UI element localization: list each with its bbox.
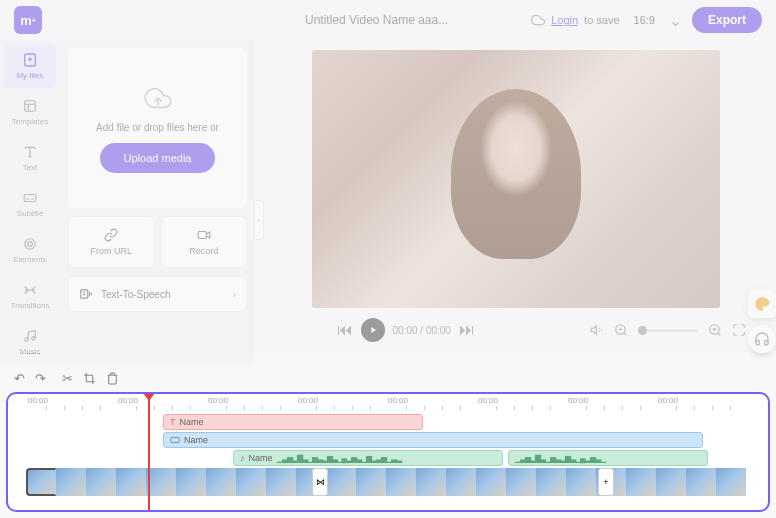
video-thumb[interactable] — [26, 468, 56, 496]
add-marker[interactable]: + — [598, 468, 614, 496]
volume-icon[interactable] — [590, 323, 604, 337]
playhead[interactable] — [148, 394, 150, 510]
video-thumb[interactable] — [56, 468, 86, 496]
timeline-tracks: T Name Name ♪ Name ▁▃▅▂▇▃▁▅▃▂▆▃▁▄▂▅▃▁▆▂▃… — [8, 412, 768, 510]
text-track-label: Name — [180, 417, 204, 427]
panel-collapse-handle[interactable]: ‹ — [254, 200, 264, 240]
split-icon[interactable]: ✂ — [62, 371, 73, 386]
video-thumb[interactable] — [716, 468, 746, 496]
cloud-save-icon — [531, 13, 545, 27]
upload-dropzone[interactable]: Add file or drop files here or Upload me… — [68, 48, 247, 208]
subtitle-track-label: Name — [184, 435, 208, 445]
sidebar-item-music[interactable]: Music — [4, 320, 56, 364]
zoom-out-icon[interactable] — [614, 323, 628, 337]
transition-marker[interactable]: ⋈ — [312, 468, 328, 496]
sidebar-item-my-files[interactable]: My files — [4, 44, 56, 88]
svg-rect-11 — [171, 438, 179, 443]
palette-badge[interactable] — [748, 290, 776, 318]
video-thumb[interactable] — [416, 468, 446, 496]
ruler-tick-label: 00:00 — [568, 396, 588, 405]
timeline[interactable]: 00:0000:0000:0000:0000:0000:0000:0000:00… — [6, 392, 770, 512]
video-thumb[interactable] — [506, 468, 536, 496]
ruler-tick-label: 00:00 — [478, 396, 498, 405]
aspect-ratio[interactable]: 16:9 — [634, 14, 655, 26]
transitions-icon — [22, 282, 38, 298]
file-plus-icon — [22, 52, 38, 68]
music-track-clip[interactable]: ♪ Name ▁▃▅▂▇▃▁▅▃▂▆▃▁▄▂▅▃▁▆▂▃▅▁▃▂ — [233, 450, 503, 466]
video-thumb[interactable] — [476, 468, 506, 496]
video-thumb[interactable] — [116, 468, 146, 496]
subtitle-track-clip[interactable]: Name — [163, 432, 703, 448]
export-button[interactable]: Export — [692, 7, 762, 33]
video-thumb[interactable] — [146, 468, 176, 496]
video-thumb[interactable] — [326, 468, 356, 496]
from-url-card[interactable]: From URL — [68, 216, 155, 268]
redo-icon[interactable]: ↷ — [35, 371, 46, 386]
svg-rect-7 — [198, 232, 206, 239]
sidebar-item-subtitle[interactable]: Subtitle — [4, 182, 56, 226]
video-thumb[interactable] — [206, 468, 236, 496]
music-track-label: Name — [249, 453, 273, 463]
login-link[interactable]: Login — [551, 14, 578, 26]
video-thumb[interactable] — [446, 468, 476, 496]
save-suffix: to save — [584, 14, 619, 26]
subtitle-icon — [22, 190, 38, 206]
skip-forward-icon[interactable]: ⏭ — [459, 321, 475, 339]
music-track-icon: ♪ — [240, 453, 245, 463]
camera-icon — [197, 228, 211, 242]
text-track-clip[interactable]: T Name — [163, 414, 423, 430]
video-thumb[interactable] — [686, 468, 716, 496]
support-badge[interactable] — [748, 325, 776, 353]
waveform: ▁▃▅▂▇▃▁▅▃▂▆▃▁▄▂▅▃▁ — [515, 454, 605, 463]
video-thumb[interactable] — [626, 468, 656, 496]
sidebar-item-label: Transitions — [11, 301, 50, 310]
video-preview[interactable] — [312, 50, 720, 308]
sidebar-item-label: Templates — [12, 117, 48, 126]
video-thumb[interactable] — [176, 468, 206, 496]
video-thumb[interactable] — [656, 468, 686, 496]
svg-rect-1 — [25, 101, 36, 112]
timeline-toolbar: ↶ ↷ ✂ — [0, 364, 776, 392]
video-thumb[interactable] — [386, 468, 416, 496]
record-label: Record — [189, 246, 218, 256]
video-thumb[interactable] — [566, 468, 596, 496]
sidebar-item-templates[interactable]: Templates — [4, 90, 56, 134]
sidebar-item-transitions[interactable]: Transitions — [4, 274, 56, 318]
sidebar-item-label: Music — [20, 347, 41, 356]
text-icon — [22, 144, 38, 160]
delete-icon[interactable] — [106, 372, 119, 385]
svg-point-3 — [25, 239, 36, 250]
ruler-tick-label: 00:00 — [118, 396, 138, 405]
timeline-ruler[interactable]: 00:0000:0000:0000:0000:0000:0000:0000:00 — [8, 394, 768, 412]
video-thumb[interactable] — [356, 468, 386, 496]
preview-area: ‹ ⏮ 00:00 / 00:00 ⏭ — [255, 40, 776, 364]
fullscreen-icon[interactable] — [732, 323, 746, 337]
video-thumb[interactable] — [536, 468, 566, 496]
video-thumb[interactable] — [86, 468, 116, 496]
svg-rect-2 — [24, 195, 36, 202]
video-thumb[interactable] — [266, 468, 296, 496]
sidebar-item-text[interactable]: Text — [4, 136, 56, 180]
text-to-speech-row[interactable]: Text-To-Speech › — [68, 276, 247, 312]
skip-back-icon[interactable]: ⏮ — [337, 321, 353, 339]
app-logo[interactable]: m+ — [14, 6, 42, 34]
video-track[interactable] — [26, 468, 768, 496]
undo-icon[interactable]: ↶ — [14, 371, 25, 386]
svg-point-4 — [28, 242, 33, 247]
ruler-tick-label: 00:00 — [658, 396, 678, 405]
from-url-label: From URL — [90, 246, 132, 256]
sidebar-item-elements[interactable]: Elements — [4, 228, 56, 272]
record-card[interactable]: Record — [161, 216, 248, 268]
play-button[interactable] — [361, 318, 385, 342]
zoom-in-icon[interactable] — [708, 323, 722, 337]
elements-icon — [22, 236, 38, 252]
video-thumb[interactable] — [236, 468, 266, 496]
media-panel: Add file or drop files here or Upload me… — [60, 40, 255, 364]
chevron-down-icon[interactable]: ⌄ — [669, 11, 682, 30]
zoom-slider[interactable] — [638, 329, 698, 332]
upload-media-button[interactable]: Upload media — [100, 143, 216, 173]
music-track-clip-2[interactable]: ▁▃▅▂▇▃▁▅▃▂▆▃▁▄▂▅▃▁ — [508, 450, 708, 466]
sidebar-item-label: Text — [23, 163, 38, 172]
crop-icon[interactable] — [83, 372, 96, 385]
project-title[interactable]: Untitled Video Name aaa... — [232, 13, 521, 27]
